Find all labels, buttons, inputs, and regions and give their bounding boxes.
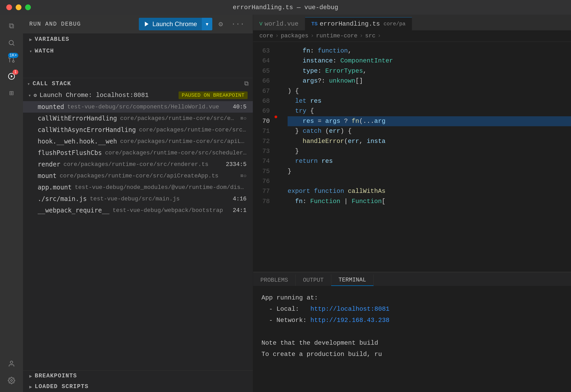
code-line-73: } [288,146,571,156]
right-panel: V world.vue TS errorHandling.ts core/pa … [253,15,571,392]
local-url[interactable]: http://localhost:8081 [310,305,389,313]
code-line-69: try { [288,106,571,116]
loaded-scripts-section-header[interactable]: ▶ LOADED SCRIPTS [23,381,253,392]
bottom-panel-tabs: PROBLEMS OUTPUT TERMINAL [253,272,571,286]
call-stack-header: ▾ CALL STACK ⧉ [23,78,253,89]
code-line-70: res = args ? fn(...arg [288,116,571,126]
search-icon[interactable] [4,36,19,50]
stack-item-callWithAsyncErrorHandling[interactable]: callWithAsyncErrorHandling core/packages… [23,124,253,136]
main-layout: ⧉ 1K+ 1 ⊞ [0,15,571,392]
panel-title: RUN AND DEBUG [29,21,135,27]
code-line-75: } [288,166,571,176]
group-debug-icon: ⚙ [34,92,37,99]
stack-item-mount[interactable]: mount core/packages/runtime-core/src/api… [23,170,253,182]
stack-item-hook-weh[interactable]: hook.__weh.hook.__weh core/packages/runt… [23,136,253,147]
svg-marker-6 [11,75,13,77]
group-name: Launch Chrome: localhost:8081 [39,92,149,99]
variables-title: VARIABLES [35,36,69,43]
stack-item-callWithErrorHandling[interactable]: callWithErrorHandling core/packages/runt… [23,113,253,124]
debug-settings-icon[interactable]: ⚙ [216,18,225,31]
tab-output[interactable]: OUTPUT [296,274,331,286]
window-controls[interactable] [6,4,31,10]
code-area: 63 64 65 66 67 68 69 70 71 72 73 74 75 7… [253,42,571,211]
ts-file-icon: TS [311,21,318,27]
bottom-panel: PROBLEMS OUTPUT TERMINAL App running at:… [253,272,571,392]
code-line-77: export function callWithAs [288,186,571,196]
debug-badge: 1 [13,70,18,75]
editor-area: V world.vue TS errorHandling.ts core/pa … [253,15,571,392]
account-icon[interactable] [4,356,19,371]
breakpoints-section-header[interactable]: ▶ BREAKPOINTS [23,371,253,381]
sidebar-panel: RUN AND DEBUG Launch Chrome ▾ ⚙ ··· ▶ VA… [23,15,253,392]
terminal-line-2: - Local: http://localhost:8081 [261,303,563,315]
variables-section-header[interactable]: ▶ VARIABLES [23,33,253,45]
group-chevron-icon: ▾ [28,93,31,98]
watch-section-header[interactable]: ▾ WATCH [23,45,253,57]
source-control-icon[interactable]: 1K+ [4,52,19,67]
stack-item-flushPostFlushCbs[interactable]: flushPostFlushCbs core/packages/runtime-… [23,147,253,159]
code-line-71: } catch (err) { [288,126,571,136]
copy-call-stack-icon[interactable]: ⧉ [244,80,249,87]
call-stack-body: ▾ ⚙ Launch Chrome: localhost:8081 PAUSED… [23,89,253,370]
variables-chevron-icon: ▶ [29,37,32,42]
breadcrumb-packages[interactable]: packages [281,33,309,39]
line-numbers: 63 64 65 66 67 68 69 70 71 72 73 74 75 7… [253,42,274,211]
code-line-66: args?: unknown[] [288,76,571,86]
activity-bar: ⧉ 1K+ 1 ⊞ [0,15,23,392]
paused-badge: PAUSED ON BREAKPOINT [179,91,248,99]
titlebar: errorHandling.ts — vue-debug [0,0,571,15]
stack-item-main-js[interactable]: ./src/main.js test-vue-debug/src/main.js… [23,193,253,205]
close-button[interactable] [6,4,12,10]
svg-point-8 [11,380,13,382]
breakpoints-chevron-icon: ▶ [29,373,32,379]
window-title: errorHandling.ts — vue-debug [233,4,338,11]
network-url[interactable]: http://192.168.43.238 [310,317,389,324]
call-stack-title: CALL STACK [33,80,71,87]
minimize-button[interactable] [16,4,21,10]
terminal-line-3: - Network: http://192.168.43.238 [261,315,563,326]
terminal-line-5: Note that the development build [261,337,563,349]
bottom-sections: ▶ BREAKPOINTS ▶ LOADED SCRIPTS [23,370,253,392]
breadcrumb-src[interactable]: src [365,33,375,39]
tab-path-suffix: core/pa [384,21,406,27]
breadcrumb-core[interactable]: core [259,33,273,39]
tab-world-vue-label: world.vue [265,20,299,27]
terminal-line-4 [261,326,563,337]
svg-line-1 [13,44,14,45]
code-line-67: ) { [288,86,571,96]
code-line-72: handleError(err, insta [288,136,571,146]
breakpoints-title: BREAKPOINTS [35,373,77,379]
editor-tabs: V world.vue TS errorHandling.ts core/pa [253,15,571,30]
maximize-button[interactable] [25,4,31,10]
tab-world-vue[interactable]: V world.vue [253,17,305,30]
debug-more-icon[interactable]: ··· [229,18,247,30]
tab-error-handling-label: errorHandling.ts [320,20,380,27]
code-line-68: let res [288,96,571,106]
code-line-74: return res [288,156,571,166]
tab-error-handling-ts[interactable]: TS errorHandling.ts core/pa [305,17,412,30]
mount-source-icon: ≡○ [240,173,247,179]
vue-file-icon: V [259,21,262,27]
code-line-65: type: ErrorTypes, [288,66,571,76]
debug-run-icon[interactable]: 1 [4,69,19,84]
tab-problems[interactable]: PROBLEMS [253,274,296,286]
svg-point-2 [13,61,14,62]
svg-marker-9 [145,22,149,26]
call-stack-group[interactable]: ▾ ⚙ Launch Chrome: localhost:8081 PAUSED… [23,89,253,101]
launch-dropdown-button[interactable]: ▾ [202,18,212,30]
stack-item-render[interactable]: render core/packages/runtime-core/src/re… [23,159,253,170]
stack-item-app-mount[interactable]: app.mount test-vue-debug/node_modules/@v… [23,182,253,193]
breadcrumb-runtime-core[interactable]: runtime-core [316,33,357,39]
svg-point-0 [9,41,13,45]
stack-item-webpack-require[interactable]: __webpack_require__ test-vue-debug/webpa… [23,205,253,216]
extensions-icon[interactable]: ⊞ [4,86,19,100]
code-line-63: fn: function, [288,46,571,56]
tab-terminal[interactable]: TERMINAL [331,274,374,286]
watch-title: WATCH [35,48,54,54]
call-stack-section: ▾ CALL STACK ⧉ ▾ ⚙ Launch Chrome: localh… [23,78,253,370]
launch-chrome-button[interactable]: Launch Chrome [139,18,202,30]
settings-gear-icon[interactable] [4,373,19,388]
stack-item-mounted[interactable]: mounted test-vue-debug/src/components/He… [23,101,253,113]
explorer-icon[interactable]: ⧉ [4,19,19,33]
terminal-content: App running at: - Local: http://localhos… [253,286,571,392]
